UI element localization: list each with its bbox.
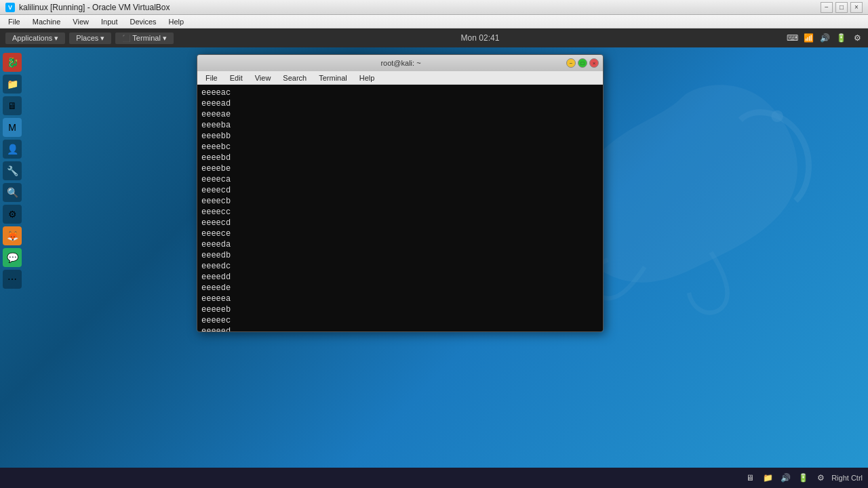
places-chevron-icon: ▾ bbox=[100, 34, 104, 43]
sidebar-icon-4[interactable]: M bbox=[3, 118, 22, 137]
terminal-label: Terminal bbox=[132, 34, 161, 42]
terminal-line: eeeedb bbox=[201, 250, 599, 261]
terminal-titlebar: root@kali: ~ − □ × bbox=[197, 55, 603, 71]
taskbar-icon-battery[interactable]: 🔋 bbox=[796, 471, 810, 485]
terminal-maximize-button[interactable]: □ bbox=[578, 58, 587, 68]
apps-chevron-icon: ▾ bbox=[54, 34, 58, 43]
volume-icon[interactable]: 🔊 bbox=[819, 33, 830, 43]
terminal-window: root@kali: ~ − □ × File Edit View Search… bbox=[197, 54, 604, 332]
terminal-line: eeeede bbox=[201, 283, 599, 293]
terminal-title: root@kali: ~ bbox=[380, 59, 420, 67]
kali-topbar-right: ⌨ 📶 🔊 🔋 ⚙ bbox=[787, 33, 863, 43]
terminal-line: eeeedc bbox=[201, 261, 599, 272]
sidebar-icon-6[interactable]: 🔧 bbox=[3, 161, 22, 180]
kali-topbar-left: Applications ▾ Places ▾ ⬛ Terminal ▾ bbox=[5, 33, 174, 44]
vbox-menubar: File Machine View Input Devices Help bbox=[0, 15, 868, 28]
term-menu-search[interactable]: Search bbox=[277, 73, 312, 83]
battery-icon[interactable]: 🔋 bbox=[835, 33, 846, 43]
keyboard-layout-icon[interactable]: ⌨ bbox=[787, 33, 797, 43]
terminal-line: eeeead bbox=[201, 98, 599, 109]
terminal-menu-button[interactable]: ⬛ Terminal ▾ bbox=[115, 33, 174, 44]
terminal-line: eeeeed bbox=[201, 326, 599, 332]
terminal-line: eeeece bbox=[201, 228, 599, 239]
sidebar-icon-apps[interactable]: ⋯ bbox=[3, 270, 22, 289]
settings-icon[interactable]: ⚙ bbox=[852, 33, 863, 43]
terminal-line: eeeecd bbox=[201, 185, 599, 196]
terminal-line: eeeedd bbox=[201, 272, 599, 283]
term-menu-edit[interactable]: Edit bbox=[224, 73, 248, 83]
terminal-line: eeeeea bbox=[201, 293, 599, 304]
vbox-menu-machine[interactable]: Machine bbox=[27, 16, 66, 27]
sidebar-icon-kali[interactable]: 🐉 bbox=[3, 53, 22, 72]
applications-label: Applications bbox=[12, 34, 52, 42]
vbox-titlebar: V kalilinux [Running] - Oracle VM Virtua… bbox=[0, 0, 868, 15]
terminal-line: eeeebc bbox=[201, 142, 599, 152]
network-icon[interactable]: 📶 bbox=[803, 33, 814, 43]
vbox-close-button[interactable]: × bbox=[850, 2, 863, 13]
taskbar-icon-settings[interactable]: ⚙ bbox=[814, 471, 827, 485]
vbox-maximize-button[interactable]: □ bbox=[835, 2, 848, 13]
vbox-menu-input[interactable]: Input bbox=[96, 16, 123, 27]
kali-taskbar: 🖥 📁 🔊 🔋 ⚙ Right Ctrl bbox=[0, 468, 868, 488]
terminal-line: eeeeae bbox=[201, 109, 599, 120]
terminal-line: eeeecd bbox=[201, 218, 599, 228]
terminal-line: eeeecb bbox=[201, 196, 599, 207]
term-menu-terminal[interactable]: Terminal bbox=[313, 73, 353, 83]
terminal-chevron-icon: ▾ bbox=[163, 34, 167, 43]
kali-sidebar: 🐉 📁 🖥 M 👤 🔧 🔍 ⚙ 🦊 💬 ⋯ bbox=[0, 47, 24, 468]
desktop: 🐉 📁 🖥 M 👤 🔧 🔍 ⚙ 🦊 💬 ⋯ root@kali: ~ − □ ×… bbox=[0, 47, 868, 468]
kali-topbar: Applications ▾ Places ▾ ⬛ Terminal ▾ Mon… bbox=[0, 28, 868, 47]
taskbar-icon-monitor[interactable]: 🖥 bbox=[743, 471, 757, 485]
taskbar-time: Right Ctrl bbox=[831, 474, 863, 482]
applications-menu-button[interactable]: Applications ▾ bbox=[5, 33, 65, 44]
terminal-line: eeeeda bbox=[201, 239, 599, 250]
sidebar-icon-3[interactable]: 🖥 bbox=[3, 96, 22, 115]
sidebar-icon-8[interactable]: ⚙ bbox=[3, 205, 22, 224]
terminal-line: eeeeca bbox=[201, 174, 599, 185]
vbox-title-left: V kalilinux [Running] - Oracle VM Virtua… bbox=[5, 3, 170, 12]
terminal-line: eeeeeb bbox=[201, 304, 599, 315]
sidebar-icon-10[interactable]: 💬 bbox=[3, 248, 22, 267]
vbox-icon: V bbox=[5, 3, 15, 12]
term-menu-help[interactable]: Help bbox=[354, 73, 380, 83]
term-menu-view[interactable]: View bbox=[250, 73, 277, 83]
terminal-line: eeeeac bbox=[201, 87, 599, 98]
sidebar-icon-9[interactable]: 🦊 bbox=[3, 226, 22, 245]
vbox-menu-view[interactable]: View bbox=[67, 16, 94, 27]
svg-point-0 bbox=[771, 110, 783, 122]
vbox-title-text: kalilinux [Running] - Oracle VM VirtualB… bbox=[19, 3, 170, 12]
term-menu-file[interactable]: File bbox=[200, 73, 223, 83]
sidebar-icon-2[interactable]: 📁 bbox=[3, 75, 22, 94]
terminal-close-button[interactable]: × bbox=[589, 58, 599, 68]
kali-time: Mon 02:41 bbox=[461, 33, 500, 43]
sidebar-icon-5[interactable]: 👤 bbox=[3, 140, 22, 159]
vbox-menu-help[interactable]: Help bbox=[163, 16, 190, 27]
vbox-menu-devices[interactable]: Devices bbox=[124, 16, 161, 27]
taskbar-icon-folder[interactable]: 📁 bbox=[761, 471, 774, 485]
terminal-line: eeeebd bbox=[201, 152, 599, 163]
vbox-minimize-button[interactable]: − bbox=[821, 2, 833, 13]
terminal-line: eeeebe bbox=[201, 163, 599, 174]
sidebar-icon-7[interactable]: 🔍 bbox=[3, 183, 22, 202]
terminal-line: eeeeba bbox=[201, 120, 599, 131]
places-menu-button[interactable]: Places ▾ bbox=[69, 33, 111, 44]
terminal-menu: File Edit View Search Terminal Help bbox=[197, 71, 603, 85]
terminal-minimize-button[interactable]: − bbox=[566, 58, 576, 68]
places-label: Places bbox=[76, 34, 98, 42]
terminal-body[interactable]: eeeeaceeeeadeeeeaeeeeebaeeeebbeeeebceeee… bbox=[197, 85, 603, 332]
terminal-line: eeeebb bbox=[201, 131, 599, 142]
terminal-window-controls[interactable]: − □ × bbox=[566, 58, 599, 68]
terminal-line: eeeeec bbox=[201, 315, 599, 326]
vbox-window-controls[interactable]: − □ × bbox=[821, 2, 863, 13]
terminal-line: eeeecc bbox=[201, 207, 599, 218]
taskbar-icon-volume[interactable]: 🔊 bbox=[778, 471, 792, 485]
kali-clock: Mon 02:41 bbox=[461, 33, 500, 43]
vbox-menu-file[interactable]: File bbox=[3, 16, 26, 27]
